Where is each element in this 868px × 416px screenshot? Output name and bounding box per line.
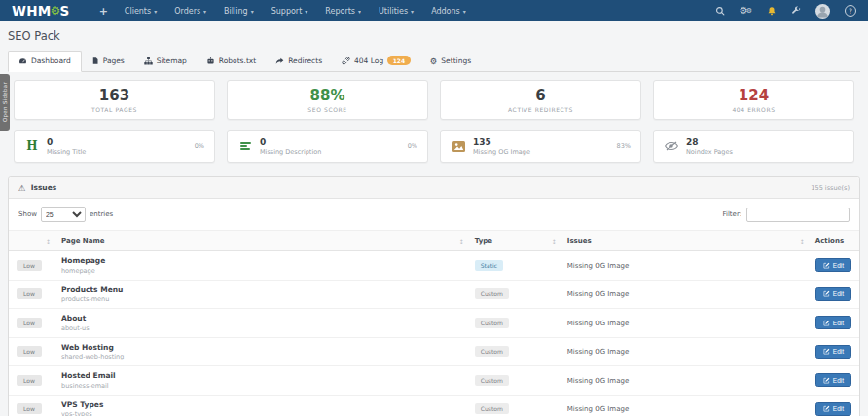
substat-value: 135 [473,137,530,147]
type-badge: Custom [475,375,509,386]
nav-billing[interactable]: Billing▾ [215,0,263,21]
chevron-down-icon: ▾ [251,8,254,15]
nav-addons[interactable]: Addons▾ [422,0,475,21]
tab-settings[interactable]: ⚙ Settings [420,52,481,71]
edit-button[interactable]: Edit [815,287,851,301]
nav-orders[interactable]: Orders▾ [165,0,215,21]
substat-percent: 83% [617,142,631,150]
sort-icon: ↕ [459,238,464,245]
column-header-page-name[interactable]: Page Name↕ [54,231,467,251]
automation-cogs-icon[interactable]: ⚙⚙ [740,6,752,16]
issue-text: Missing OG Image [567,290,629,298]
quick-add-button[interactable]: + [91,0,116,21]
type-badge: Custom [475,318,509,328]
substat-noindex-pages: 28 Noindex Pages [653,130,854,163]
page-title: SEO Pack [0,21,868,49]
column-header-actions[interactable]: Actions [808,231,859,251]
gear-icon: ⚙ [430,57,438,65]
redirect-arrow-icon [275,57,284,65]
page-slug: homepage [61,267,459,275]
eye-slash-icon [664,141,679,151]
nav-reports[interactable]: Reports▾ [316,0,370,21]
nav-clients[interactable]: Clients▾ [116,0,165,21]
edit-button[interactable]: Edit [815,258,851,272]
column-header-issues[interactable]: Issues↕ [560,231,808,251]
chevron-down-icon: ▾ [463,8,466,15]
sort-icon: ↕ [552,238,557,245]
warning-icon: ⚠ [18,184,26,192]
filter-input[interactable] [746,208,850,222]
pencil-icon [823,320,830,326]
edit-button[interactable]: Edit [815,373,851,387]
chevron-down-icon: ▾ [358,8,361,15]
tab-dashboard[interactable]: Dashboard [8,51,82,72]
substat-value: 0 [260,137,321,147]
issues-count: 155 issue(s) [811,184,850,192]
nav-utilities[interactable]: Utilities▾ [370,0,422,21]
notifications-icon[interactable] [767,6,777,16]
substat-percent: 0% [195,142,204,150]
stat-total-pages: 163 TOTAL PAGES [14,80,215,120]
chevron-down-icon: ▾ [203,8,206,15]
dashboard-icon [18,57,27,65]
table-row: Low Homepagehomepage Static Missing OG I… [9,251,859,281]
stat-value: 124 [654,88,853,104]
nav-support[interactable]: Support▾ [263,0,317,21]
page-name: VPS Types [61,400,459,409]
table-row: Low Products Menuproducts-menu Custom Mi… [9,280,859,309]
edit-button[interactable]: Edit [815,316,851,329]
tab-sitemap[interactable]: Sitemap [134,52,197,71]
heading-icon: H [24,139,40,153]
edit-button[interactable]: Edit [815,345,851,359]
substat-label: Missing OG Image [473,148,530,156]
table-row: Low VPS Typesvps-types Custom Missing OG… [9,395,859,416]
pencil-icon [823,290,830,297]
type-badge: Custom [475,403,509,414]
severity-badge: Low [17,403,42,414]
tab-robots[interactable]: Robots.txt [197,52,266,71]
page-name: Homepage [61,256,459,265]
stat-label: 404 ERRORS [654,106,853,113]
help-icon[interactable]: ? [845,5,856,17]
page-name: Web Hosting [61,343,459,352]
chevron-down-icon: ▾ [154,8,157,15]
open-sidebar-tab[interactable]: Open Sidebar [0,74,10,131]
issues-panel-header: ⚠ Issues 155 issue(s) [9,177,859,199]
tab-404-log[interactable]: 404 Log 124 [332,51,420,71]
page-slug: vps-types [61,410,459,416]
edit-button[interactable]: Edit [815,402,851,416]
tab-redirects[interactable]: Redirects [266,52,332,71]
whmcs-logo[interactable]: WHM⚙S [12,3,70,19]
table-row: Low Hosted Emailbusiness-email Custom Mi… [9,366,859,396]
severity-badge: Low [17,375,42,386]
wrench-icon[interactable] [791,6,801,16]
top-navbar: WHM⚙S + Clients▾ Orders▾ Billing▾ Suppor… [0,0,868,21]
align-left-icon [237,142,253,150]
issue-text: Missing OG Image [567,320,629,327]
substat-missing-title: H 0 Missing Title 0% [14,130,215,163]
issue-text: Missing OG Image [567,377,629,385]
user-avatar[interactable] [815,4,830,19]
issue-text: Missing OG Image [567,405,629,413]
substat-label: Missing Description [260,148,321,156]
stat-active-redirects: 6 ACTIVE REDIRECTS [440,80,641,120]
search-icon[interactable] [715,6,725,16]
chevron-down-icon: ▾ [411,8,414,15]
column-header-severity[interactable]: ↕ [9,231,54,251]
column-header-type[interactable]: Type↕ [467,231,560,251]
page-slug: products-menu [61,295,459,303]
page-slug: business-email [61,382,459,390]
severity-badge: Low [17,318,42,328]
tab-pages[interactable]: Pages [82,52,134,71]
stat-value: 6 [441,88,640,104]
substat-missing-description: 0 Missing Description 0% [227,130,428,163]
issues-table: ↕ Page Name↕ Type↕ Issues↕ Actions Low H… [9,230,859,416]
sort-icon: ↕ [46,238,51,245]
pencil-icon [823,348,830,355]
page-slug: shared-web-hosting [61,353,459,360]
stat-label: TOTAL PAGES [15,106,214,113]
entries-label: entries [90,210,113,218]
chain-broken-icon [342,57,350,65]
page-size-select[interactable]: 25 [41,207,86,222]
severity-badge: Low [17,288,42,299]
